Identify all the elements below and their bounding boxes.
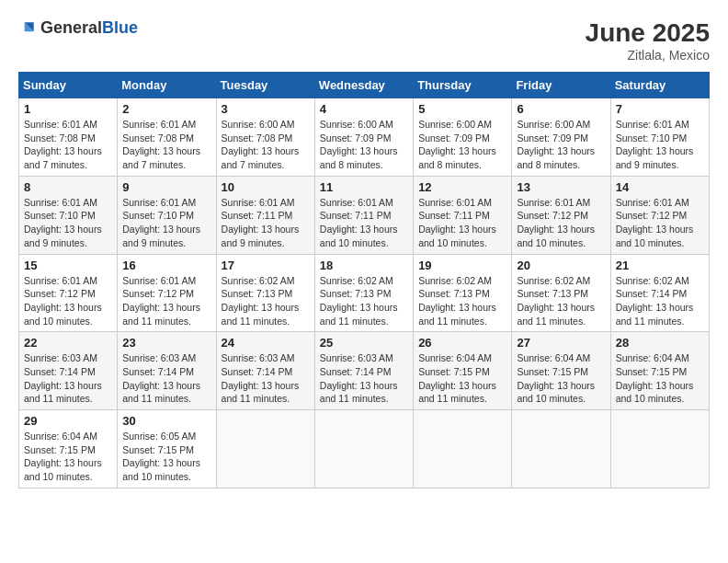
day-number: 15 [24,259,112,272]
day-info: Sunrise: 6:01 AM Sunset: 7:10 PM Dayligh… [122,196,210,250]
calendar-cell: 28 Sunrise: 6:04 AM Sunset: 7:15 PM Dayl… [610,332,709,410]
day-number: 21 [616,259,704,272]
day-info: Sunrise: 6:01 AM Sunset: 7:12 PM Dayligh… [616,196,704,250]
calendar-cell: 21 Sunrise: 6:02 AM Sunset: 7:14 PM Dayl… [610,254,709,332]
calendar-cell: 19 Sunrise: 6:02 AM Sunset: 7:13 PM Dayl… [414,254,512,332]
day-number: 3 [222,102,310,116]
day-number: 24 [222,336,310,350]
calendar-cell: 11 Sunrise: 6:01 AM Sunset: 7:11 PM Dayl… [314,176,413,254]
day-number: 22 [24,336,112,350]
day-info: Sunrise: 6:01 AM Sunset: 7:10 PM Dayligh… [616,118,704,172]
day-number: 2 [122,102,210,116]
calendar-cell [512,410,610,488]
calendar-cell: 27 Sunrise: 6:04 AM Sunset: 7:15 PM Dayl… [512,332,610,410]
page-header: GeneralBlue June 2025 Zitlala, Mexico [18,18,710,63]
weekday-header-tuesday: Tuesday [216,73,314,98]
day-info: Sunrise: 6:01 AM Sunset: 7:12 PM Dayligh… [24,274,112,328]
day-number: 11 [320,180,408,194]
day-info: Sunrise: 6:02 AM Sunset: 7:13 PM Dayligh… [418,274,506,328]
calendar-cell: 30 Sunrise: 6:05 AM Sunset: 7:15 PM Dayl… [118,410,216,488]
day-info: Sunrise: 6:02 AM Sunset: 7:13 PM Dayligh… [222,274,310,328]
calendar-cell: 26 Sunrise: 6:04 AM Sunset: 7:15 PM Dayl… [414,332,512,410]
day-number: 30 [122,414,210,428]
day-number: 7 [616,102,704,116]
calendar-cell [216,410,314,488]
day-number: 19 [418,259,506,272]
day-number: 20 [517,259,605,272]
calendar-cell: 1 Sunrise: 6:01 AM Sunset: 7:08 PM Dayli… [19,98,118,177]
day-number: 1 [24,102,112,116]
day-number: 4 [320,102,408,116]
day-number: 13 [517,180,605,194]
day-number: 5 [418,102,506,116]
day-number: 18 [320,259,408,272]
day-info: Sunrise: 6:02 AM Sunset: 7:14 PM Dayligh… [616,274,704,328]
month-year-title: June 2025 [586,18,710,48]
day-number: 26 [418,336,506,350]
calendar-cell: 2 Sunrise: 6:01 AM Sunset: 7:08 PM Dayli… [118,98,216,177]
logo-icon [18,19,37,38]
day-info: Sunrise: 6:01 AM Sunset: 7:11 PM Dayligh… [320,196,408,250]
calendar-cell: 4 Sunrise: 6:00 AM Sunset: 7:09 PM Dayli… [314,98,413,177]
day-info: Sunrise: 6:04 AM Sunset: 7:15 PM Dayligh… [616,351,704,406]
day-info: Sunrise: 6:05 AM Sunset: 7:15 PM Dayligh… [122,430,210,484]
location-subtitle: Zitlala, Mexico [586,48,710,63]
day-number: 10 [222,180,310,194]
day-info: Sunrise: 6:00 AM Sunset: 7:08 PM Dayligh… [222,118,310,172]
day-number: 6 [517,102,605,116]
weekday-header-saturday: Saturday [610,73,709,98]
day-info: Sunrise: 6:04 AM Sunset: 7:15 PM Dayligh… [24,430,112,484]
calendar-cell: 24 Sunrise: 6:03 AM Sunset: 7:14 PM Dayl… [216,332,314,410]
day-info: Sunrise: 6:03 AM Sunset: 7:14 PM Dayligh… [24,351,112,406]
day-info: Sunrise: 6:02 AM Sunset: 7:13 PM Dayligh… [517,274,605,328]
weekday-header-thursday: Thursday [414,73,512,98]
day-info: Sunrise: 6:03 AM Sunset: 7:14 PM Dayligh… [222,351,310,406]
logo-blue: Blue [102,18,138,37]
day-number: 8 [24,180,112,194]
day-info: Sunrise: 6:01 AM Sunset: 7:12 PM Dayligh… [122,274,210,328]
calendar-cell: 6 Sunrise: 6:00 AM Sunset: 7:09 PM Dayli… [512,98,610,177]
calendar-week-row: 22 Sunrise: 6:03 AM Sunset: 7:14 PM Dayl… [19,332,710,410]
day-info: Sunrise: 6:01 AM Sunset: 7:10 PM Dayligh… [24,196,112,250]
day-info: Sunrise: 6:02 AM Sunset: 7:13 PM Dayligh… [320,274,408,328]
logo-text: GeneralBlue [40,18,138,38]
day-info: Sunrise: 6:04 AM Sunset: 7:15 PM Dayligh… [418,351,506,406]
day-info: Sunrise: 6:00 AM Sunset: 7:09 PM Dayligh… [517,118,605,172]
calendar-cell: 15 Sunrise: 6:01 AM Sunset: 7:12 PM Dayl… [19,254,118,332]
calendar-cell: 12 Sunrise: 6:01 AM Sunset: 7:11 PM Dayl… [414,176,512,254]
weekday-header-row: SundayMondayTuesdayWednesdayThursdayFrid… [19,73,710,98]
day-info: Sunrise: 6:03 AM Sunset: 7:14 PM Dayligh… [122,351,210,406]
calendar-week-row: 29 Sunrise: 6:04 AM Sunset: 7:15 PM Dayl… [19,410,710,488]
day-number: 27 [517,336,605,350]
weekday-header-friday: Friday [512,73,610,98]
weekday-header-wednesday: Wednesday [314,73,413,98]
day-info: Sunrise: 6:00 AM Sunset: 7:09 PM Dayligh… [320,118,408,172]
day-info: Sunrise: 6:01 AM Sunset: 7:12 PM Dayligh… [517,196,605,250]
day-number: 14 [616,180,704,194]
calendar-week-row: 8 Sunrise: 6:01 AM Sunset: 7:10 PM Dayli… [19,176,710,254]
calendar-cell: 17 Sunrise: 6:02 AM Sunset: 7:13 PM Dayl… [216,254,314,332]
calendar-cell [314,410,413,488]
calendar-cell: 14 Sunrise: 6:01 AM Sunset: 7:12 PM Dayl… [610,176,709,254]
calendar-cell: 20 Sunrise: 6:02 AM Sunset: 7:13 PM Dayl… [512,254,610,332]
calendar-table: SundayMondayTuesdayWednesdayThursdayFrid… [18,72,710,488]
day-info: Sunrise: 6:01 AM Sunset: 7:08 PM Dayligh… [122,118,210,172]
day-info: Sunrise: 6:04 AM Sunset: 7:15 PM Dayligh… [517,351,605,406]
day-number: 25 [320,336,408,350]
calendar-cell: 22 Sunrise: 6:03 AM Sunset: 7:14 PM Dayl… [19,332,118,410]
calendar-cell: 9 Sunrise: 6:01 AM Sunset: 7:10 PM Dayli… [118,176,216,254]
calendar-cell: 16 Sunrise: 6:01 AM Sunset: 7:12 PM Dayl… [118,254,216,332]
calendar-cell [610,410,709,488]
calendar-cell: 25 Sunrise: 6:03 AM Sunset: 7:14 PM Dayl… [314,332,413,410]
day-info: Sunrise: 6:01 AM Sunset: 7:08 PM Dayligh… [24,118,112,172]
day-info: Sunrise: 6:00 AM Sunset: 7:09 PM Dayligh… [418,118,506,172]
calendar-cell: 10 Sunrise: 6:01 AM Sunset: 7:11 PM Dayl… [216,176,314,254]
calendar-cell: 3 Sunrise: 6:00 AM Sunset: 7:08 PM Dayli… [216,98,314,177]
title-block: June 2025 Zitlala, Mexico [586,18,710,63]
calendar-cell: 8 Sunrise: 6:01 AM Sunset: 7:10 PM Dayli… [19,176,118,254]
day-info: Sunrise: 6:03 AM Sunset: 7:14 PM Dayligh… [320,351,408,406]
day-number: 17 [222,259,310,272]
calendar-cell: 13 Sunrise: 6:01 AM Sunset: 7:12 PM Dayl… [512,176,610,254]
calendar-cell: 23 Sunrise: 6:03 AM Sunset: 7:14 PM Dayl… [118,332,216,410]
logo: GeneralBlue [18,18,138,38]
